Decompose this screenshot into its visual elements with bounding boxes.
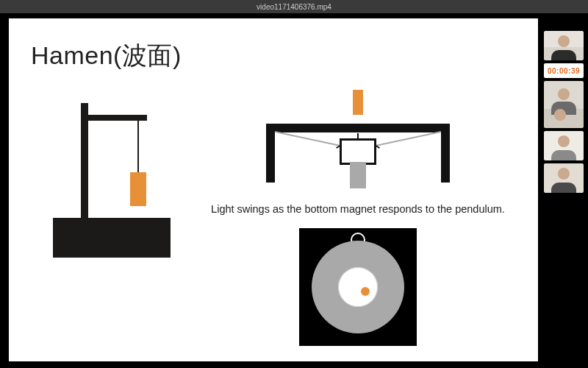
diagram-apparatus bbox=[248, 103, 468, 199]
diagram-top-view bbox=[299, 228, 417, 346]
apparatus-top-magnet bbox=[353, 90, 363, 115]
avatar-head-icon bbox=[558, 168, 570, 180]
apparatus-wire-left bbox=[275, 131, 340, 146]
avatar-body-icon bbox=[551, 150, 576, 160]
pendulum-base bbox=[53, 218, 171, 258]
slide-body: Light swings as the bottom magnet respon… bbox=[31, 103, 516, 346]
diagram-pendulum-stand bbox=[53, 103, 185, 258]
window-titlebar: video1171406376.mp4 bbox=[0, 0, 588, 13]
disc-marker bbox=[359, 286, 371, 297]
pendulum-crossbar bbox=[81, 115, 147, 121]
apparatus-leg-right bbox=[441, 124, 450, 183]
avatar-head-icon bbox=[558, 88, 570, 100]
avatar-body-icon bbox=[551, 183, 576, 193]
avatar-body-icon bbox=[551, 50, 576, 60]
avatar-head-icon bbox=[558, 35, 570, 47]
avatar-head-icon bbox=[554, 109, 566, 121]
pendulum-string bbox=[137, 121, 139, 172]
presentation-slide: Hamen(波面) bbox=[9, 18, 538, 361]
stage: Hamen(波面) bbox=[0, 13, 588, 368]
apparatus-leg-left bbox=[266, 124, 275, 183]
participant-thumbnail[interactable] bbox=[544, 163, 584, 193]
participant-thumbnail[interactable] bbox=[544, 131, 584, 160]
apparatus-frame bbox=[340, 138, 376, 165]
apparatus-wire-right bbox=[376, 131, 441, 146]
apparatus-bar bbox=[266, 124, 450, 132]
participants-panel: 00:00:39 bbox=[544, 31, 584, 193]
slide-title: Hamen(波面) bbox=[31, 39, 516, 73]
pendulum-bob bbox=[130, 172, 146, 206]
apparatus-light bbox=[350, 162, 366, 188]
slide-caption: Light swings as the bottom magnet respon… bbox=[211, 203, 505, 215]
participant-thumbnail[interactable] bbox=[544, 81, 584, 128]
recording-timer: 00:00:39 bbox=[544, 63, 584, 78]
disc-inner bbox=[338, 267, 378, 307]
participant-thumbnail[interactable] bbox=[544, 31, 584, 60]
video-filename: video1171406376.mp4 bbox=[257, 3, 331, 11]
right-column: Light swings as the bottom magnet respon… bbox=[200, 103, 516, 346]
spark-icon bbox=[357, 133, 359, 139]
avatar-head-icon bbox=[558, 135, 570, 147]
